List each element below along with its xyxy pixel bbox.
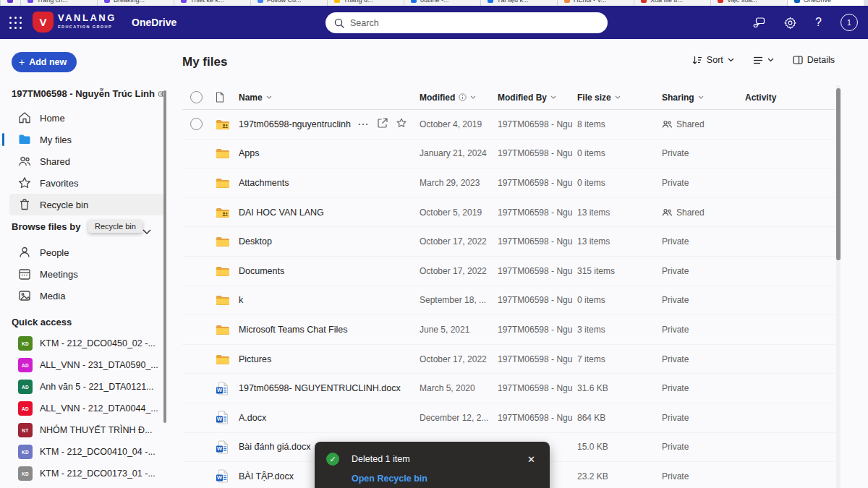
file-type-column-icon[interactable] xyxy=(216,92,224,103)
table-row[interactable]: AppsJanuary 21, 2024197TM06598 - Ngu0 it… xyxy=(182,140,835,169)
share-icon[interactable] xyxy=(378,118,388,130)
sort-icon xyxy=(692,56,702,65)
add-new-button[interactable]: + Add new xyxy=(12,52,77,72)
header-actions: ? 1 xyxy=(753,6,858,39)
cell-sharing: Private xyxy=(662,325,689,335)
sidebar-item-favorites[interactable]: Favorites xyxy=(9,172,163,194)
file-type-icon xyxy=(214,265,239,277)
browser-tab[interactable]: outline -... xyxy=(404,0,480,6)
browser-tab[interactable] xyxy=(0,0,20,6)
quick-access-item[interactable]: KDKTM - 212_DCO0450_02 -... xyxy=(9,333,163,354)
toast-close-icon[interactable]: ✕ xyxy=(524,454,538,465)
column-header-modified[interactable]: Modified xyxy=(420,93,498,103)
table-row[interactable]: WA.docxDecember 12, 2...197TM06598 - Ngu… xyxy=(182,403,835,433)
browser-tab[interactable]: Việc xóa... xyxy=(710,0,787,6)
brand-subtitle: EDUCATION GROUP xyxy=(58,25,116,30)
cell-name[interactable]: DAI HOC VAN LANG xyxy=(239,207,324,218)
quick-access-item[interactable]: ADAnh văn 5 - 221_DTA0121... xyxy=(9,376,163,398)
view-selector-button[interactable] xyxy=(753,56,774,64)
more-actions-icon[interactable]: ··· xyxy=(358,119,370,129)
column-header-file-size[interactable]: File size xyxy=(577,93,662,103)
table-row[interactable]: AttachmentsMarch 29, 2023197TM06598 - Ng… xyxy=(182,168,835,198)
cell-sharing: Private xyxy=(662,295,689,305)
search-bar[interactable] xyxy=(326,12,608,33)
cell-name[interactable]: 197tm06598- NGUYENTRUCLINH.docx xyxy=(239,383,401,393)
sidebar-item-shared[interactable]: Shared xyxy=(9,150,163,172)
trash-icon xyxy=(18,198,31,211)
favorite-star-icon[interactable] xyxy=(396,118,407,130)
table-row[interactable]: DesktopOctober 17, 2022197TM06598 - Ngu1… xyxy=(182,227,835,257)
quick-access-item[interactable]: KDKTM - 212_DCO0173_01 -... xyxy=(9,463,163,484)
cell-sharing: Private xyxy=(662,442,689,452)
cell-name[interactable]: A.docx xyxy=(239,413,266,423)
cell-name[interactable]: Attachments xyxy=(239,178,289,188)
search-input[interactable] xyxy=(350,18,599,28)
browser-tab[interactable]: Thiết kế k... xyxy=(174,0,250,6)
browser-tab[interactable]: HEndi - V... xyxy=(557,0,634,6)
main-scrollbar-thumb[interactable] xyxy=(836,88,841,260)
cell-name[interactable]: BÀI TẬP.docx xyxy=(239,471,294,481)
quick-access-item[interactable]: ADALL_VNN - 231_DTA0590_... xyxy=(9,354,163,376)
sidebar-scrollbar[interactable] xyxy=(163,90,166,423)
browser-tab[interactable]: OneDrive xyxy=(787,0,864,6)
browser-tab[interactable]: Xóa file tr... xyxy=(634,0,710,6)
cell-name[interactable]: Pictures xyxy=(239,354,271,364)
file-type-icon xyxy=(214,354,239,365)
browser-tab[interactable]: Follow Co... xyxy=(250,0,327,6)
tab-favicon xyxy=(7,0,13,3)
cell-name[interactable]: Bài đánh giá.docx xyxy=(239,442,310,452)
table-row[interactable]: DAI HOC VAN LANGOctober 5, 2019197TM0659… xyxy=(182,198,835,228)
browser-tab[interactable]: Tháng 6... xyxy=(327,0,404,6)
sidebar-item-people[interactable]: People xyxy=(9,241,163,263)
sidebar-item-my-files[interactable]: My files xyxy=(9,129,163,150)
cell-sharing: Private xyxy=(662,178,689,188)
row-checkbox[interactable] xyxy=(190,118,203,130)
table-row[interactable]: DocumentsOctober 17, 2022197TM06598 - Ng… xyxy=(182,257,835,286)
cell-file-size: 0 items xyxy=(577,295,662,305)
details-button[interactable]: Details xyxy=(793,55,835,65)
table-row[interactable]: Microsoft Teams Chat FilesJune 5, 202119… xyxy=(182,315,835,345)
cell-name[interactable]: Microsoft Teams Chat Files xyxy=(239,325,348,335)
sidebar-item-home[interactable]: Home xyxy=(9,107,163,129)
quick-access-item[interactable]: KDKTM - 212_DCO0410_04 -... xyxy=(9,441,163,463)
cell-file-size: 7 items xyxy=(577,354,662,364)
browser-tab[interactable]: Breaking... xyxy=(97,0,174,6)
sidebar-item-media[interactable]: Media xyxy=(9,285,163,307)
cell-modified-by: 197TM06598 - Ngu xyxy=(498,207,577,218)
table-row[interactable]: kSeptember 18, ...197TM06598 - Ngu0 item… xyxy=(182,286,835,316)
app-launcher-waffle-icon[interactable] xyxy=(9,17,22,30)
select-all-checkbox[interactable] xyxy=(190,91,203,103)
cell-modified-by: 197TM06598 - Ngu xyxy=(498,325,577,335)
table-row[interactable]: 197tm06598-nguyentruclinh···October 4, 2… xyxy=(182,110,835,140)
browser-tab[interactable]: Tài liệu k... xyxy=(480,0,557,6)
table-row[interactable]: W197tm06598- NGUYENTRUCLINH.docxMarch 5,… xyxy=(182,374,835,403)
cell-name[interactable]: k xyxy=(239,295,243,305)
account-avatar[interactable]: 1 xyxy=(841,14,858,31)
column-header-modified-by[interactable]: Modified By xyxy=(498,93,577,103)
sort-button[interactable]: Sort xyxy=(692,55,734,65)
file-type-icon: W xyxy=(214,411,239,424)
quick-access-item[interactable]: ADALL_VNN - 212_DTA0044_... xyxy=(9,398,163,419)
cell-name[interactable]: 197tm06598-nguyentruclinh xyxy=(239,119,351,129)
calendar-icon xyxy=(18,267,31,281)
tab-label: Trang ch... xyxy=(37,0,68,4)
browser-tab[interactable]: Trang ch... xyxy=(20,0,97,6)
feedback-icon[interactable] xyxy=(753,17,765,28)
quick-access-item[interactable]: NTNHÓM THUYẾT TRÌNH Đ... xyxy=(9,419,163,441)
cell-sharing: Private xyxy=(662,266,689,276)
help-icon[interactable]: ? xyxy=(815,16,822,29)
settings-gear-icon[interactable] xyxy=(784,17,796,29)
column-header-name[interactable]: Name xyxy=(239,93,420,103)
table-row[interactable]: PicturesOctober 17, 2022197TM06598 - Ngu… xyxy=(182,345,835,374)
column-header-sharing[interactable]: Sharing xyxy=(662,93,745,103)
cell-name[interactable]: Desktop xyxy=(239,236,272,247)
open-recycle-bin-link[interactable]: Open Recycle bin xyxy=(352,474,538,484)
sidebar-item-meetings[interactable]: Meetings xyxy=(9,263,163,285)
star-icon xyxy=(18,176,31,189)
cell-name[interactable]: Apps xyxy=(239,148,260,158)
sidebar-item-recycle-bin[interactable]: Recycle bin xyxy=(9,194,163,215)
column-header-activity[interactable]: Activity xyxy=(745,93,835,103)
cell-name[interactable]: Documents xyxy=(239,266,284,276)
browser-tab-strip: Trang ch...Breaking...Thiết kế k...Follo… xyxy=(0,0,868,6)
chevron-down-icon[interactable] xyxy=(142,224,151,237)
